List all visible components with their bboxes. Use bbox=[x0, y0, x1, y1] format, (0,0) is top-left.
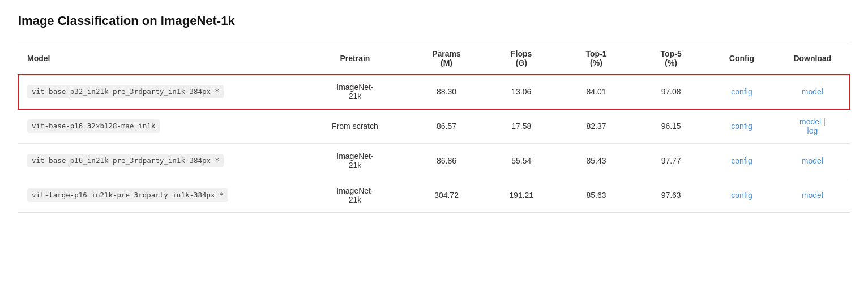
config-cell[interactable]: config bbox=[708, 144, 775, 178]
config-link[interactable]: config bbox=[731, 122, 752, 131]
flops-cell: 55.54 bbox=[484, 144, 559, 178]
results-table: Model Pretrain Params(M) Flops(G) Top-1(… bbox=[18, 42, 850, 213]
table-row: vit-base-p32_in21k-pre_3rdparty_in1k-384… bbox=[18, 75, 850, 109]
download-link-model[interactable]: model bbox=[802, 87, 823, 96]
top5-cell: 97.08 bbox=[634, 75, 708, 109]
download-cell[interactable]: model bbox=[775, 75, 850, 109]
top5-cell: 97.63 bbox=[634, 178, 708, 213]
config-cell[interactable]: config bbox=[708, 178, 775, 213]
col-header-model: Model bbox=[18, 42, 301, 75]
table-row: vit-base-p16_in21k-pre_3rdparty_in1k-384… bbox=[18, 144, 850, 178]
config-cell[interactable]: config bbox=[708, 109, 775, 144]
download-cell[interactable]: model | log bbox=[775, 109, 850, 144]
flops-cell: 191.21 bbox=[484, 178, 559, 213]
download-link-model[interactable]: model bbox=[799, 117, 821, 126]
top5-cell: 97.77 bbox=[634, 144, 708, 178]
top1-cell: 82.37 bbox=[559, 109, 634, 144]
top1-cell: 84.01 bbox=[559, 75, 634, 109]
table-row: vit-base-p16_32xb128-mae_in1kFrom scratc… bbox=[18, 109, 850, 144]
top5-cell: 96.15 bbox=[634, 109, 708, 144]
model-name-label: vit-base-p16_in21k-pre_3rdparty_in1k-384… bbox=[27, 154, 224, 168]
col-header-top5: Top-5(%) bbox=[634, 42, 708, 75]
table-body: vit-base-p32_in21k-pre_3rdparty_in1k-384… bbox=[18, 75, 850, 213]
model-cell: vit-large-p16_in21k-pre_3rdparty_in1k-38… bbox=[18, 178, 301, 213]
model-name-label: vit-base-p32_in21k-pre_3rdparty_in1k-384… bbox=[27, 85, 224, 99]
download-link-log[interactable]: log bbox=[807, 126, 818, 135]
params-cell: 88.30 bbox=[409, 75, 484, 109]
model-name-label: vit-base-p16_32xb128-mae_in1k bbox=[27, 119, 160, 134]
model-name-label: vit-large-p16_in21k-pre_3rdparty_in1k-38… bbox=[27, 188, 228, 203]
params-cell: 86.86 bbox=[409, 144, 484, 178]
config-link[interactable]: config bbox=[731, 87, 752, 96]
model-cell: vit-base-p16_in21k-pre_3rdparty_in1k-384… bbox=[18, 144, 301, 178]
download-cell[interactable]: model bbox=[775, 144, 850, 178]
config-link[interactable]: config bbox=[731, 191, 752, 200]
col-header-config: Config bbox=[708, 42, 775, 75]
top1-cell: 85.63 bbox=[559, 178, 634, 213]
top1-cell: 85.43 bbox=[559, 144, 634, 178]
pretrain-cell: ImageNet-21k bbox=[301, 178, 409, 213]
flops-cell: 17.58 bbox=[484, 109, 559, 144]
table-header: Model Pretrain Params(M) Flops(G) Top-1(… bbox=[18, 42, 850, 75]
page-title: Image Classification on ImageNet-1k bbox=[18, 14, 850, 28]
table-row: vit-large-p16_in21k-pre_3rdparty_in1k-38… bbox=[18, 178, 850, 213]
col-header-download: Download bbox=[775, 42, 850, 75]
col-header-flops: Flops(G) bbox=[484, 42, 559, 75]
params-cell: 304.72 bbox=[409, 178, 484, 213]
download-cell[interactable]: model bbox=[775, 178, 850, 213]
download-separator: | bbox=[821, 117, 826, 126]
config-link[interactable]: config bbox=[731, 156, 752, 165]
flops-cell: 13.06 bbox=[484, 75, 559, 109]
pretrain-cell: ImageNet-21k bbox=[301, 144, 409, 178]
col-header-top1: Top-1(%) bbox=[559, 42, 634, 75]
download-link-model[interactable]: model bbox=[802, 156, 823, 165]
model-cell: vit-base-p32_in21k-pre_3rdparty_in1k-384… bbox=[18, 75, 301, 109]
model-cell: vit-base-p16_32xb128-mae_in1k bbox=[18, 109, 301, 144]
pretrain-cell: ImageNet-21k bbox=[301, 75, 409, 109]
params-cell: 86.57 bbox=[409, 109, 484, 144]
col-header-params: Params(M) bbox=[409, 42, 484, 75]
download-link-model[interactable]: model bbox=[802, 191, 823, 200]
config-cell[interactable]: config bbox=[708, 75, 775, 109]
col-header-pretrain: Pretrain bbox=[301, 42, 409, 75]
pretrain-cell: From scratch bbox=[301, 109, 409, 144]
